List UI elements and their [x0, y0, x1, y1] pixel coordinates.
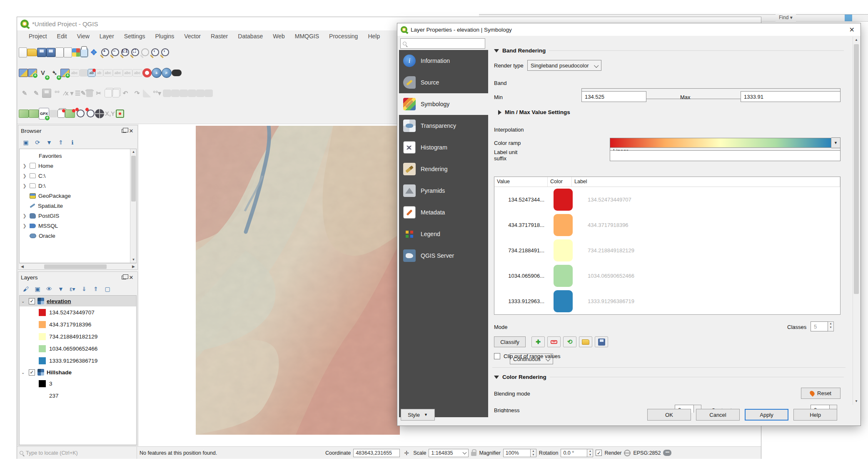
snapping-icon[interactable]: °°▾ — [151, 87, 163, 99]
menu-item[interactable]: Edit — [53, 31, 71, 41]
locate-input[interactable]: Type to locate (Ctrl+K) — [20, 447, 137, 459]
color-swatch[interactable] — [554, 265, 573, 287]
label-unit-suffix-input[interactable] — [610, 150, 841, 161]
georeferencer-icon[interactable] — [19, 110, 29, 118]
min-input[interactable]: 134.525 — [581, 91, 646, 102]
menu-item[interactable]: Raster — [207, 31, 232, 41]
column-header-color[interactable]: Color — [548, 177, 572, 187]
mesh-globe-icon[interactable] — [95, 109, 104, 118]
sidebar-item[interactable]: Transparency — [399, 115, 488, 137]
color-swatch[interactable] — [554, 290, 573, 312]
classes-spinbox[interactable]: 5 ▲▼ — [811, 321, 834, 331]
zoom-in-icon[interactable]: + — [100, 47, 110, 57]
menu-item[interactable]: Project — [25, 31, 51, 41]
scale-lock-icon[interactable] — [471, 452, 476, 456]
browser-tree-item[interactable]: Oracle — [20, 231, 130, 241]
delete-selected-icon[interactable] — [86, 89, 93, 97]
new-spatialite-layer-icon[interactable]: ➴ — [49, 67, 60, 79]
sidebar-item[interactable]: Pyramids — [399, 180, 488, 202]
menu-item[interactable]: View — [73, 31, 94, 41]
browser-add-icon[interactable]: ▣ — [22, 138, 30, 147]
filter-legend-icon[interactable]: ▼ — [57, 285, 65, 293]
color-swatch[interactable] — [554, 214, 573, 236]
cut-features-icon[interactable]: ✂ — [93, 87, 105, 99]
browser-collapse-icon[interactable]: ⇑ — [57, 138, 65, 147]
sidebar-item[interactable]: Histogram — [399, 137, 488, 158]
new-geopackage-layer-icon[interactable] — [28, 69, 37, 77]
dialog-scrollbar[interactable]: ▲ ▼ — [853, 37, 860, 405]
raster-tools-icon[interactable] — [29, 110, 39, 118]
menu-item[interactable]: Plugins — [151, 31, 178, 41]
extent-tool-icon[interactable] — [116, 110, 124, 118]
color-class-row[interactable]: 1333.912963... 1333.91296386719 — [494, 289, 840, 314]
legend-entry[interactable]: 237 — [20, 390, 136, 402]
browser-filter-icon[interactable]: ▼ — [45, 138, 53, 147]
toggle-editing-icon[interactable]: ✎ — [30, 87, 42, 99]
dialog-button[interactable]: Apply — [745, 409, 788, 421]
browser-tree-item[interactable]: GeoPackage — [20, 191, 130, 201]
browser-tree-item[interactable]: ❯ C:\ — [20, 171, 130, 181]
menu-item[interactable]: Help — [364, 31, 384, 41]
layer-expander[interactable]: ⌄ — [21, 299, 26, 304]
color-class-row[interactable]: 1034.065906... 1034.06590652466 — [494, 263, 840, 289]
color-swatch[interactable] — [554, 189, 573, 211]
color-ramp-dropdown-button[interactable]: ▼ — [831, 137, 841, 148]
advanced-digitize-5-icon[interactable] — [196, 90, 205, 97]
zoom-last-icon[interactable]: ‹ — [150, 47, 160, 57]
sidebar-item[interactable]: Symbology — [399, 93, 488, 115]
new-print-layout-icon[interactable] — [55, 47, 64, 57]
gpx-tools-icon[interactable]: GPX — [39, 108, 49, 119]
mmqgis-icon[interactable] — [142, 68, 152, 77]
menu-item[interactable]: Web — [269, 31, 289, 41]
layer-row[interactable]: ⌄✓Hillshade — [20, 367, 136, 378]
load-color-map-button[interactable] — [579, 336, 592, 347]
menu-item[interactable]: Database — [234, 31, 267, 41]
browser-tree-item[interactable]: ❯ Home — [20, 161, 130, 171]
save-color-map-button[interactable] — [595, 336, 608, 347]
browser-tree-item[interactable]: ❯ PostGIS — [20, 211, 130, 221]
vertex-tool-icon[interactable]: ⁄x ▾ — [63, 87, 75, 99]
color-class-row[interactable]: 434.3717918... 434.3717918396 — [494, 212, 840, 238]
layer-visibility-checkbox[interactable]: ✓ — [29, 369, 35, 376]
magnifier-spinbox[interactable]: 100% ▲▼ — [503, 449, 536, 457]
redo-icon[interactable]: ↷ — [131, 87, 143, 99]
messages-icon[interactable]: ••• — [663, 450, 671, 456]
web-globe-add-icon[interactable]: + — [152, 68, 162, 78]
browser-tree-item[interactable]: Favorites — [20, 151, 130, 161]
zoom-to-selection-icon[interactable] — [140, 47, 150, 57]
browser-horizontal-scrollbar[interactable]: ◀ ▶ — [19, 263, 137, 269]
coordinate-field[interactable]: 483643,231655 — [353, 449, 400, 457]
measure-icon[interactable] — [143, 89, 151, 97]
browser-float-button[interactable] — [120, 127, 127, 134]
sidebar-item[interactable]: Rendering — [399, 158, 488, 180]
background-find-control[interactable]: Find ▾ — [776, 14, 796, 22]
scale-combobox[interactable]: 1:164835 — [429, 449, 469, 457]
label-pin-icon[interactable] — [80, 69, 88, 77]
multiedit-icon[interactable]: ☰✎ — [75, 87, 86, 99]
processing-pages-icon[interactable] — [57, 110, 65, 118]
sidebar-item[interactable]: QGIS Server — [399, 245, 488, 266]
dialog-button[interactable]: Cancel — [696, 409, 740, 421]
label-rotate-icon[interactable]: abc — [123, 69, 133, 77]
advanced-digitize-1-icon[interactable] — [163, 90, 171, 97]
band-rendering-header[interactable]: Band Rendering — [494, 47, 844, 54]
sidebar-item[interactable]: Legend — [399, 223, 488, 245]
advanced-digitize-6-icon[interactable] — [205, 90, 213, 97]
undo-icon[interactable]: ↶ — [120, 87, 131, 99]
browser-tree-item[interactable]: ❯ MSSQL — [20, 221, 130, 231]
epsg-value[interactable]: EPSG:2852 — [633, 450, 661, 456]
zoom-out-icon[interactable]: − — [110, 47, 120, 57]
legend-entry[interactable]: 1333.91296386719 — [20, 355, 136, 367]
browser-tree-item[interactable]: SpatiaLite — [20, 201, 130, 211]
layer-expander[interactable]: ⌄ — [21, 370, 26, 375]
reset-button[interactable]: Reset — [801, 388, 841, 399]
legend-entry[interactable]: 734.218849182129 — [20, 331, 136, 343]
remove-class-button[interactable] — [547, 336, 561, 347]
classify-button[interactable]: Classify — [494, 336, 526, 347]
render-type-combobox[interactable]: Singleband pseudocolor — [527, 60, 601, 71]
reverse-ramp-button[interactable]: ⟲ — [563, 336, 576, 347]
layer-row[interactable]: ⌄✓elevation — [20, 296, 136, 306]
copy-features-icon[interactable] — [105, 89, 112, 97]
processing-zoom-icon[interactable] — [75, 109, 85, 119]
label-show-icon[interactable]: abc — [103, 69, 113, 77]
